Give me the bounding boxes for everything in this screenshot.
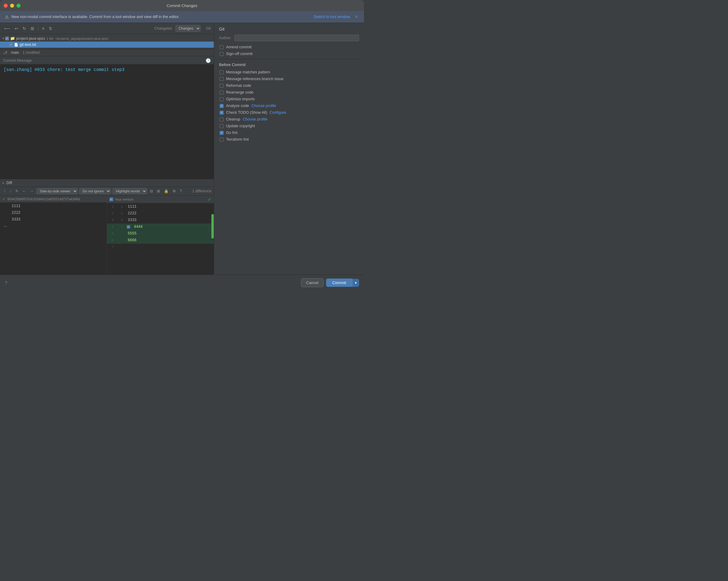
filter-button[interactable]: ≡ xyxy=(41,25,46,31)
banner-text: New non-modal commit interface is availa… xyxy=(11,15,180,19)
diff-left-line: 3333 xyxy=(0,216,107,223)
changelist-label: Changelist: xyxy=(154,26,173,31)
diff-back-btn[interactable]: ← xyxy=(21,188,27,194)
folder-icon: 📁 xyxy=(10,36,15,41)
diff-left-line: 2222 xyxy=(0,209,107,216)
optimize-checkbox[interactable] xyxy=(219,97,224,101)
update-cr-checkbox[interactable] xyxy=(219,124,224,128)
diff-viewer-select[interactable]: Side-by-side viewer xyxy=(36,188,78,194)
analyze-link[interactable]: Choose profile xyxy=(252,104,276,108)
cancel-button[interactable]: Cancel xyxy=(301,278,323,287)
git-panel: Git Author: Amend commit Sign-off commit… xyxy=(214,23,364,277)
clock-icon: 🕐 xyxy=(206,58,211,63)
diff-hash: 954420b8857b3c31b842c2aff20314d737a6346d xyxy=(7,197,80,201)
diff-up-btn[interactable]: ↑ xyxy=(2,188,7,194)
commit-button-group: Commit ▾ xyxy=(326,279,359,287)
author-label: Author: xyxy=(219,36,231,40)
close-button[interactable] xyxy=(4,4,8,8)
option-terraform: Terraform fmt xyxy=(219,137,359,141)
analyze-label: Analyze code xyxy=(226,104,249,108)
undo-button[interactable]: ↩ xyxy=(14,25,20,31)
minimize-button[interactable] xyxy=(10,4,14,8)
diff-line-check[interactable] xyxy=(127,225,130,229)
sign-off-checkbox[interactable] xyxy=(219,52,224,56)
option-msg-branch: Message references branch issue xyxy=(219,77,359,81)
files-toolbar: ⟵ ↩ ↻ ⊞ ≡ ⇅ Changelist: Changes Git xyxy=(0,23,214,34)
configure-link[interactable]: Configure xyxy=(269,110,286,115)
diff-edit-btn[interactable]: ✎ xyxy=(14,188,20,194)
option-update-cr: Update copyright xyxy=(219,124,359,128)
author-row: Author: xyxy=(219,34,359,41)
diff-scrollbar[interactable] xyxy=(211,214,214,239)
git-label: Git xyxy=(206,26,211,31)
diff-right-checkbox[interactable] xyxy=(109,197,113,201)
diff-title: Diff xyxy=(6,181,12,185)
go-fmt-checkbox[interactable] xyxy=(219,131,224,135)
diff-right-line-added: 6 6666 xyxy=(107,237,214,244)
author-input[interactable] xyxy=(234,34,359,41)
banner-close-icon[interactable]: × xyxy=(354,14,359,20)
diff-highlight-select[interactable]: Highlight words xyxy=(112,188,147,194)
commit-message-input[interactable]: [san.zhang] #033 chore: test merge commi… xyxy=(0,64,214,179)
refresh-button[interactable]: ↻ xyxy=(21,25,28,31)
diff-right-check-icon: ✓ xyxy=(208,197,211,202)
group-button[interactable]: ⊞ xyxy=(29,25,35,31)
analyze-checkbox[interactable] xyxy=(219,104,224,108)
changelist-select[interactable]: Changes xyxy=(175,25,201,32)
line-content: 6666 xyxy=(125,238,214,243)
file-checkbox[interactable] xyxy=(9,43,13,47)
diff-right-line-added: 5 5555 xyxy=(107,230,214,237)
go-fmt-label: Go fmt xyxy=(226,131,238,135)
check-todo-checkbox[interactable] xyxy=(219,111,224,115)
line-content: 3333 xyxy=(9,217,107,222)
line-num-l: 1 xyxy=(107,204,116,209)
diff-left-line: 1111 xyxy=(0,203,107,209)
info-banner: ⚠ New non-modal commit interface is avai… xyxy=(0,11,364,23)
section-divider xyxy=(219,59,359,59)
diff-down-btn[interactable]: ↓ xyxy=(8,188,12,194)
line-num-l: 7 xyxy=(107,245,116,249)
sort-button[interactable]: ⇅ xyxy=(47,25,54,31)
project-row[interactable]: ▾ 📁 project-java-spzx 1 file ~/projects_… xyxy=(0,35,214,42)
modified-count: 1 modified xyxy=(23,50,40,55)
before-commit-title: Before Commit xyxy=(219,62,359,67)
rearrange-checkbox[interactable] xyxy=(219,90,224,95)
update-cr-label: Update copyright xyxy=(226,124,255,128)
diff-right-line: 2 2 2222 xyxy=(107,210,214,217)
help-button[interactable]: ? xyxy=(5,281,7,285)
line-content: 3333 xyxy=(125,217,214,223)
diff-fwd-btn[interactable]: → xyxy=(29,188,35,194)
project-name: project-java-spzx xyxy=(16,36,45,41)
cleanup-link[interactable]: Choose profile xyxy=(243,117,268,122)
diff-collapse-btn[interactable]: ⊟ xyxy=(149,188,154,194)
file-row[interactable]: 📄 git-test.txt xyxy=(0,42,214,48)
diff-settings-btn[interactable]: ⚙ xyxy=(171,188,177,194)
msg-matches-label: Message matches pattern xyxy=(226,70,270,74)
diff-your-version: Your version xyxy=(115,197,134,201)
reformat-checkbox[interactable] xyxy=(219,84,224,88)
commit-button[interactable]: Commit xyxy=(326,279,352,287)
git-section-title: Git xyxy=(219,27,359,31)
amend-commit-checkbox[interactable] xyxy=(219,45,224,49)
bottom-left: ? xyxy=(5,281,7,285)
file-icon: 📄 xyxy=(14,43,18,47)
diff-ignore-select[interactable]: Do not ignore xyxy=(79,188,111,194)
diff-lock-btn[interactable]: 🔒 xyxy=(163,188,170,194)
line-num-l: 6 xyxy=(107,238,116,243)
terraform-checkbox[interactable] xyxy=(219,138,224,141)
project-checkbox[interactable] xyxy=(5,37,9,41)
titlebar: Commit Changes xyxy=(0,0,364,11)
switch-to-tool-window-link[interactable]: Switch to tool window xyxy=(314,15,350,19)
cleanup-checkbox[interactable] xyxy=(219,117,224,122)
msg-matches-checkbox[interactable] xyxy=(219,70,224,74)
commit-dropdown-button[interactable]: ▾ xyxy=(352,279,359,287)
diff-grid-btn[interactable]: ⊞ xyxy=(156,188,161,194)
diff-help-btn[interactable]: ? xyxy=(179,188,183,194)
line-num-l: 3 xyxy=(107,218,116,222)
diff-right-line: 1 1 1111 xyxy=(107,203,214,210)
diff-right-pane: Your version ✓ 1 1 1111 2 2 xyxy=(107,196,214,277)
maximize-button[interactable] xyxy=(17,4,21,8)
add-button[interactable]: ⟵ xyxy=(3,25,11,31)
msg-branch-checkbox[interactable] xyxy=(219,77,224,81)
option-rearrange: Rearrange code xyxy=(219,90,359,95)
